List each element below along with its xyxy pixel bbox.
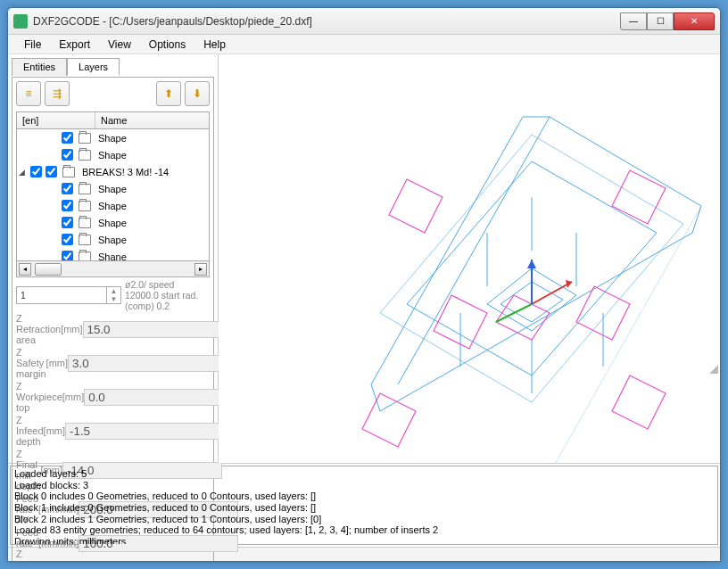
param-row: Z Safety margin [mm] <box>16 347 210 379</box>
svg-marker-13 <box>389 179 443 233</box>
log-line: Block 1 includes 0 Geometries, reduced t… <box>14 502 714 514</box>
layer-checkbox[interactable] <box>62 183 73 194</box>
svg-line-1 <box>398 117 550 384</box>
tree-row[interactable]: Shape <box>17 197 209 214</box>
folder-icon <box>79 252 91 262</box>
menu-file[interactable]: File <box>15 37 50 53</box>
param-row: Z Retraction area [mm] <box>16 313 210 345</box>
tree-row-label: BREAKS! 3 Md! -14 <box>82 167 169 177</box>
param-label: Z Safety margin <box>16 347 46 379</box>
menubar: File Export View Options Help <box>8 35 720 54</box>
param-unit: [mm] <box>44 425 65 436</box>
tree-row[interactable]: Shape <box>17 146 209 163</box>
expander-icon[interactable]: ◢ <box>19 168 29 177</box>
resize-grip-icon[interactable] <box>707 363 718 374</box>
svg-marker-14 <box>612 170 666 224</box>
drawing-canvas[interactable] <box>219 54 720 463</box>
maximize-button[interactable]: ☐ <box>647 12 674 30</box>
tool-spinner[interactable]: 1 <box>16 286 107 304</box>
folder-icon <box>79 184 91 194</box>
scroll-right-arrow[interactable]: ▸ <box>194 263 207 276</box>
tree-row-label: Shape <box>98 235 127 245</box>
titlebar[interactable]: DXF2GCODE - [C:/Users/jeanpauls/Desktop/… <box>8 8 720 35</box>
tree-row-label: Shape <box>98 150 127 161</box>
param-input[interactable] <box>65 423 225 440</box>
svg-marker-18 <box>612 375 666 429</box>
param-unit: [mm] <box>61 324 82 334</box>
param-label: Z Workpiece top <box>16 381 62 413</box>
tree-header-name[interactable]: Name <box>95 112 209 128</box>
svg-marker-17 <box>362 393 416 447</box>
move-up-button[interactable]: ⬆ <box>156 81 181 106</box>
close-button[interactable]: ✕ <box>674 12 715 30</box>
main-window: DXF2GCODE - [C:/Users/jeanpauls/Desktop/… <box>7 7 721 562</box>
layer-checkbox[interactable] <box>62 132 73 144</box>
svg-marker-21 <box>566 280 572 288</box>
log-line: Drawing units: millimeters <box>14 536 714 545</box>
param-row: Z Infeed depth [mm] <box>16 415 210 447</box>
param-unit: [mm] <box>62 392 84 402</box>
expand-all-button[interactable]: ⇶ <box>45 81 70 106</box>
layer-checkbox[interactable] <box>62 251 73 261</box>
layer-checkbox[interactable] <box>30 166 42 177</box>
tree-row[interactable]: ◢ BREAKS! 3 Md! -14 <box>17 163 209 180</box>
tree-row[interactable]: Shane <box>17 248 209 261</box>
param-row: Z Workpiece top [mm] <box>16 381 210 413</box>
layer-checkbox[interactable] <box>62 217 73 228</box>
tree-row[interactable]: Shape <box>17 129 209 146</box>
tree-header-en[interactable]: [en] <box>17 112 95 128</box>
tree-row-label: Shape <box>98 184 127 194</box>
param-input[interactable] <box>68 355 228 372</box>
menu-help[interactable]: Help <box>194 37 235 53</box>
svg-marker-0 <box>371 117 701 411</box>
tree-row-label: Shane <box>98 252 127 262</box>
log-line: Block 0 includes 0 Geometries, reduced t… <box>14 491 714 502</box>
scroll-thumb[interactable] <box>35 263 62 276</box>
tab-entities[interactable]: Entities <box>12 58 67 76</box>
tree-row-label: Shape <box>98 201 127 211</box>
content-area: Entities Layers ≡ ⇶ ⬆ ⬇ [en] Name Shape <box>8 54 720 463</box>
tree-header: [en] Name <box>16 111 210 129</box>
param-label: Z Infeed depth <box>16 415 44 447</box>
folder-icon <box>79 201 91 211</box>
collapse-all-button[interactable]: ≡ <box>16 81 41 106</box>
tree-horizontal-scrollbar[interactable]: ◂ ▸ <box>16 261 210 277</box>
tree-row[interactable]: Shape <box>17 231 209 248</box>
folder-icon <box>79 218 91 228</box>
tool-info-text: ø2.0/ speed 12000.0 start rad. (comp) 0.… <box>125 279 210 311</box>
folder-icon <box>79 150 91 161</box>
tree-row[interactable]: Shape <box>17 214 209 231</box>
tool-spinner-buttons[interactable]: ▲▼ <box>107 286 121 304</box>
window-title: DXF2GCODE - [C:/Users/jeanpauls/Desktop/… <box>33 15 620 28</box>
svg-marker-23 <box>527 260 536 268</box>
menu-options[interactable]: Options <box>140 37 194 53</box>
param-label: Z Retraction area <box>16 313 61 345</box>
layer-checkbox[interactable] <box>62 234 73 245</box>
folder-icon <box>79 133 91 144</box>
folder-icon <box>62 167 75 177</box>
app-icon <box>13 14 28 29</box>
tree-row-label: Shape <box>98 218 127 228</box>
svg-line-2 <box>550 206 701 463</box>
layer-checkbox[interactable] <box>62 149 73 161</box>
menu-view[interactable]: View <box>99 37 140 53</box>
tree-row-label: Shape <box>98 133 127 144</box>
tree-row[interactable]: Shape <box>17 180 209 197</box>
layer-tree[interactable]: Shape Shape◢ BREAKS! 3 Md! -14 Shape Sha… <box>16 129 210 261</box>
left-panel: Entities Layers ≡ ⇶ ⬆ ⬇ [en] Name Shape <box>8 54 219 463</box>
log-line: Loaded 83 entity geometries; reduced to … <box>14 524 714 536</box>
menu-export[interactable]: Export <box>50 37 99 53</box>
minimize-button[interactable]: — <box>620 12 647 30</box>
layer-checkbox2[interactable] <box>46 166 57 177</box>
layer-checkbox[interactable] <box>62 200 73 211</box>
move-down-button[interactable]: ⬇ <box>185 81 210 106</box>
log-line: Block 2 includes 1 Geometries, reduced t… <box>14 514 714 525</box>
folder-icon <box>79 235 91 245</box>
scroll-left-arrow[interactable]: ◂ <box>19 263 31 276</box>
tab-layers[interactable]: Layers <box>67 58 120 76</box>
param-unit: [mm] <box>46 358 68 368</box>
